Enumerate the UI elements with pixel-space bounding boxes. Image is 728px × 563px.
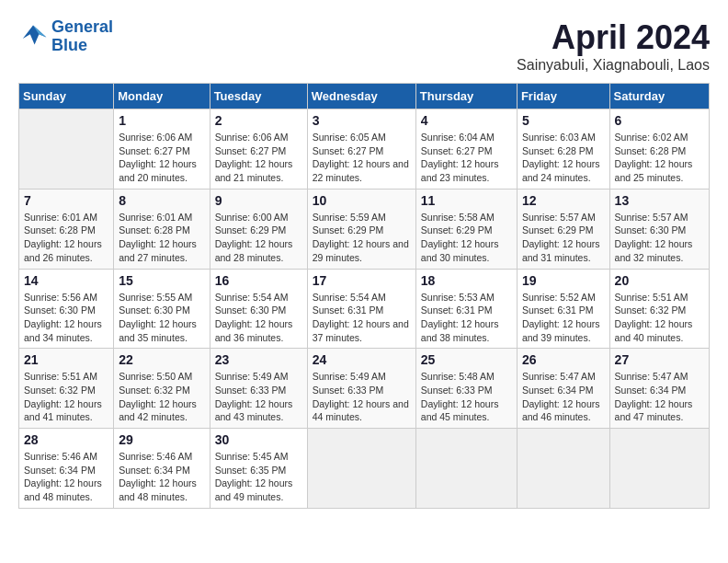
- column-header-tuesday: Tuesday: [210, 84, 307, 109]
- day-cell: [19, 109, 114, 190]
- day-info: Sunrise: 6:01 AMSunset: 6:28 PMDaylight:…: [24, 211, 108, 265]
- title-area: April 2024 Sainyabuli, Xiagnabouli, Laos: [517, 18, 710, 74]
- header-row: SundayMondayTuesdayWednesdayThursdayFrid…: [19, 84, 710, 109]
- day-number: 12: [522, 193, 605, 208]
- day-number: 6: [615, 113, 704, 128]
- day-info: Sunrise: 5:54 AMSunset: 6:30 PMDaylight:…: [215, 291, 302, 345]
- day-cell: 10Sunrise: 5:59 AMSunset: 6:29 PMDayligh…: [307, 189, 415, 269]
- day-info: Sunrise: 5:53 AMSunset: 6:31 PMDaylight:…: [421, 291, 512, 345]
- day-info: Sunrise: 5:45 AMSunset: 6:35 PMDaylight:…: [215, 450, 302, 504]
- day-number: 11: [421, 193, 512, 208]
- day-info: Sunrise: 5:51 AMSunset: 6:32 PMDaylight:…: [24, 370, 108, 424]
- day-number: 26: [522, 352, 605, 367]
- day-number: 13: [615, 193, 704, 208]
- column-header-monday: Monday: [114, 84, 210, 109]
- day-number: 21: [24, 352, 108, 367]
- day-cell: 11Sunrise: 5:58 AMSunset: 6:29 PMDayligh…: [415, 189, 517, 269]
- day-number: 30: [215, 432, 302, 447]
- day-cell: 6Sunrise: 6:02 AMSunset: 6:28 PMDaylight…: [609, 109, 709, 190]
- day-cell: 3Sunrise: 6:05 AMSunset: 6:27 PMDaylight…: [307, 109, 415, 190]
- day-number: 1: [119, 113, 204, 128]
- day-info: Sunrise: 5:46 AMSunset: 6:34 PMDaylight:…: [119, 450, 204, 504]
- day-cell: 23Sunrise: 5:49 AMSunset: 6:33 PMDayligh…: [210, 349, 307, 429]
- day-number: 8: [119, 193, 204, 208]
- day-cell: 17Sunrise: 5:54 AMSunset: 6:31 PMDayligh…: [307, 269, 415, 349]
- day-number: 4: [421, 113, 512, 128]
- day-cell: 29Sunrise: 5:46 AMSunset: 6:34 PMDayligh…: [114, 429, 210, 509]
- day-number: 20: [615, 273, 704, 288]
- day-number: 3: [313, 113, 411, 128]
- day-info: Sunrise: 5:52 AMSunset: 6:31 PMDaylight:…: [522, 291, 605, 345]
- day-info: Sunrise: 5:57 AMSunset: 6:30 PMDaylight:…: [615, 211, 704, 265]
- day-number: 16: [215, 273, 302, 288]
- day-cell: 1Sunrise: 6:06 AMSunset: 6:27 PMDaylight…: [114, 109, 210, 190]
- day-number: 29: [119, 432, 204, 447]
- column-header-wednesday: Wednesday: [307, 84, 415, 109]
- day-info: Sunrise: 6:06 AMSunset: 6:27 PMDaylight:…: [119, 131, 204, 185]
- day-cell: 4Sunrise: 6:04 AMSunset: 6:27 PMDaylight…: [415, 109, 517, 190]
- day-number: 2: [215, 113, 302, 128]
- column-header-friday: Friday: [517, 84, 609, 109]
- day-cell: 8Sunrise: 6:01 AMSunset: 6:28 PMDaylight…: [114, 189, 210, 269]
- day-number: 15: [119, 273, 204, 288]
- day-info: Sunrise: 6:03 AMSunset: 6:28 PMDaylight:…: [522, 131, 605, 185]
- day-cell: 19Sunrise: 5:52 AMSunset: 6:31 PMDayligh…: [517, 269, 609, 349]
- day-info: Sunrise: 6:02 AMSunset: 6:28 PMDaylight:…: [615, 131, 704, 185]
- column-header-sunday: Sunday: [19, 84, 114, 109]
- month-title: April 2024: [517, 18, 710, 57]
- day-number: 18: [421, 273, 512, 288]
- day-info: Sunrise: 5:46 AMSunset: 6:34 PMDaylight:…: [24, 450, 108, 504]
- day-number: 19: [522, 273, 605, 288]
- day-cell: 7Sunrise: 6:01 AMSunset: 6:28 PMDaylight…: [19, 189, 114, 269]
- week-row-5: 28Sunrise: 5:46 AMSunset: 6:34 PMDayligh…: [19, 429, 710, 509]
- day-number: 17: [313, 273, 411, 288]
- day-info: Sunrise: 5:48 AMSunset: 6:33 PMDaylight:…: [421, 370, 512, 424]
- logo-icon: [18, 24, 48, 50]
- day-cell: [307, 429, 415, 509]
- day-number: 28: [24, 432, 108, 447]
- day-cell: 26Sunrise: 5:47 AMSunset: 6:34 PMDayligh…: [517, 349, 609, 429]
- day-number: 5: [522, 113, 605, 128]
- day-cell: 9Sunrise: 6:00 AMSunset: 6:29 PMDaylight…: [210, 189, 307, 269]
- week-row-4: 21Sunrise: 5:51 AMSunset: 6:32 PMDayligh…: [19, 349, 710, 429]
- header: General Blue April 2024 Sainyabuli, Xiag…: [18, 18, 710, 74]
- day-cell: 22Sunrise: 5:50 AMSunset: 6:32 PMDayligh…: [114, 349, 210, 429]
- day-info: Sunrise: 5:55 AMSunset: 6:30 PMDaylight:…: [119, 291, 204, 345]
- day-cell: [609, 429, 709, 509]
- week-row-2: 7Sunrise: 6:01 AMSunset: 6:28 PMDaylight…: [19, 189, 710, 269]
- week-row-3: 14Sunrise: 5:56 AMSunset: 6:30 PMDayligh…: [19, 269, 710, 349]
- day-cell: [517, 429, 609, 509]
- day-cell: 21Sunrise: 5:51 AMSunset: 6:32 PMDayligh…: [19, 349, 114, 429]
- day-info: Sunrise: 5:51 AMSunset: 6:32 PMDaylight:…: [615, 291, 704, 345]
- day-cell: [415, 429, 517, 509]
- column-header-thursday: Thursday: [415, 84, 517, 109]
- column-header-saturday: Saturday: [609, 84, 709, 109]
- day-number: 24: [313, 352, 411, 367]
- day-number: 14: [24, 273, 108, 288]
- day-number: 10: [313, 193, 411, 208]
- day-info: Sunrise: 5:54 AMSunset: 6:31 PMDaylight:…: [313, 291, 411, 345]
- day-info: Sunrise: 5:57 AMSunset: 6:29 PMDaylight:…: [522, 211, 605, 265]
- day-info: Sunrise: 5:49 AMSunset: 6:33 PMDaylight:…: [313, 370, 411, 424]
- day-info: Sunrise: 5:50 AMSunset: 6:32 PMDaylight:…: [119, 370, 204, 424]
- day-info: Sunrise: 5:59 AMSunset: 6:29 PMDaylight:…: [313, 211, 411, 265]
- day-number: 25: [421, 352, 512, 367]
- day-info: Sunrise: 5:58 AMSunset: 6:29 PMDaylight:…: [421, 211, 512, 265]
- day-cell: 16Sunrise: 5:54 AMSunset: 6:30 PMDayligh…: [210, 269, 307, 349]
- day-info: Sunrise: 6:01 AMSunset: 6:28 PMDaylight:…: [119, 211, 204, 265]
- logo-text: General Blue: [51, 18, 113, 55]
- day-info: Sunrise: 6:04 AMSunset: 6:27 PMDaylight:…: [421, 131, 512, 185]
- day-info: Sunrise: 5:49 AMSunset: 6:33 PMDaylight:…: [215, 370, 302, 424]
- day-info: Sunrise: 6:05 AMSunset: 6:27 PMDaylight:…: [313, 131, 411, 185]
- location-subtitle: Sainyabuli, Xiagnabouli, Laos: [517, 57, 710, 74]
- logo: General Blue: [18, 18, 113, 55]
- day-number: 9: [215, 193, 302, 208]
- day-number: 23: [215, 352, 302, 367]
- day-cell: 14Sunrise: 5:56 AMSunset: 6:30 PMDayligh…: [19, 269, 114, 349]
- day-cell: 28Sunrise: 5:46 AMSunset: 6:34 PMDayligh…: [19, 429, 114, 509]
- day-info: Sunrise: 5:47 AMSunset: 6:34 PMDaylight:…: [522, 370, 605, 424]
- day-number: 27: [615, 352, 704, 367]
- day-cell: 13Sunrise: 5:57 AMSunset: 6:30 PMDayligh…: [609, 189, 709, 269]
- day-info: Sunrise: 5:47 AMSunset: 6:34 PMDaylight:…: [615, 370, 704, 424]
- day-info: Sunrise: 6:00 AMSunset: 6:29 PMDaylight:…: [215, 211, 302, 265]
